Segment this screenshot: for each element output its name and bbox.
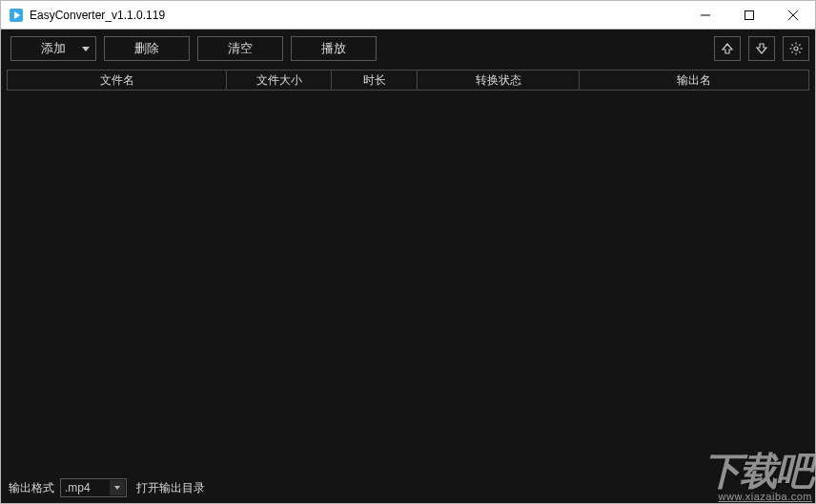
settings-button[interactable]: [783, 36, 809, 61]
play-button[interactable]: 播放: [291, 36, 377, 61]
svg-line-12: [799, 51, 800, 52]
output-format-select[interactable]: .mp4: [60, 478, 127, 497]
close-button[interactable]: [771, 1, 815, 29]
column-header-duration[interactable]: 时长: [332, 71, 418, 90]
column-header-filesize[interactable]: 文件大小: [227, 71, 332, 90]
svg-line-13: [799, 44, 800, 45]
play-button-label: 播放: [321, 40, 346, 57]
svg-rect-3: [745, 10, 754, 19]
clear-button-label: 清空: [228, 40, 253, 57]
file-list[interactable]: [7, 91, 809, 476]
output-format-value: .mp4: [65, 481, 91, 494]
add-button[interactable]: 添加: [10, 36, 96, 61]
clear-button[interactable]: 清空: [197, 36, 283, 61]
toolbar: 添加 删除 清空 播放: [1, 30, 815, 64]
svg-point-6: [794, 47, 798, 50]
output-format-label: 输出格式: [9, 480, 54, 496]
move-down-button[interactable]: [748, 36, 775, 61]
chevron-down-icon: [110, 480, 125, 495]
column-header-filename[interactable]: 文件名: [8, 71, 227, 90]
delete-button-label: 删除: [134, 40, 159, 57]
svg-line-14: [791, 51, 792, 52]
app-icon: [9, 8, 24, 23]
open-output-dir-button[interactable]: 打开输出目录: [133, 478, 209, 498]
move-up-button[interactable]: [714, 36, 741, 61]
column-header-status[interactable]: 转换状态: [418, 71, 580, 90]
add-button-label: 添加: [41, 40, 66, 57]
column-header-output[interactable]: 输出名: [580, 71, 808, 90]
maximize-button[interactable]: [727, 1, 771, 29]
titlebar: EasyConverter_v1.1.0.119: [0, 0, 816, 29]
delete-button[interactable]: 删除: [104, 36, 190, 61]
chevron-down-icon: [82, 47, 90, 51]
minimize-button[interactable]: [683, 1, 727, 29]
svg-line-11: [791, 44, 792, 45]
bottom-bar: 输出格式 .mp4 打开输出目录: [1, 476, 815, 503]
client-area: 添加 删除 清空 播放: [0, 29, 816, 504]
table-header: 文件名 文件大小 时长 转换状态 输出名: [7, 70, 809, 91]
window-title: EasyConverter_v1.1.0.119: [30, 9, 165, 22]
